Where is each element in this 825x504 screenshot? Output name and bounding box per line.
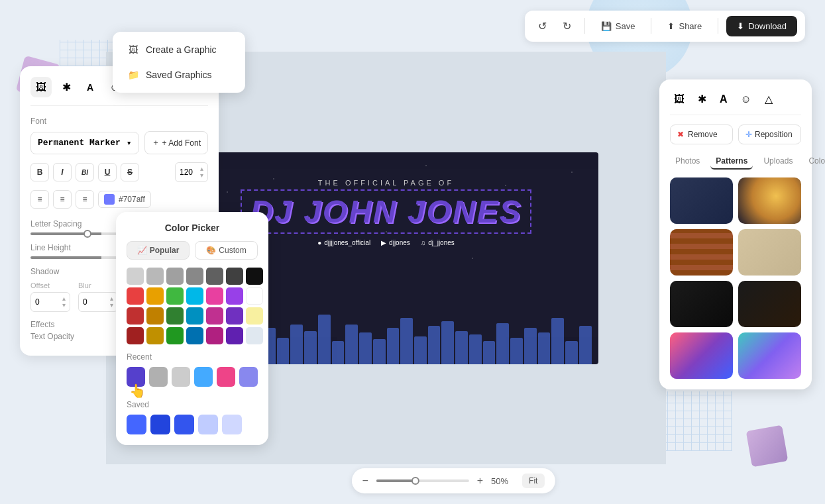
saved-color-4[interactable] xyxy=(198,415,218,434)
redo-button[interactable]: ↻ xyxy=(557,16,577,36)
tab-tool[interactable]: ✱ xyxy=(57,77,76,97)
blur-spinner[interactable]: ▴▾ xyxy=(110,295,113,309)
color-cell[interactable] xyxy=(226,307,243,325)
color-cell[interactable] xyxy=(166,307,184,325)
align-left-button[interactable]: ≡ xyxy=(30,190,49,209)
add-font-button[interactable]: ＋ + Add Font xyxy=(144,131,208,154)
align-center-button[interactable]: ≡ xyxy=(53,190,72,209)
fit-button[interactable]: Fit xyxy=(522,474,544,488)
color-cell[interactable] xyxy=(206,327,223,344)
bg-item-dark1[interactable] xyxy=(670,281,733,327)
bg-item-gradient1[interactable] xyxy=(670,332,733,379)
color-cell[interactable] xyxy=(186,268,203,285)
share-icon: ⬆ xyxy=(667,21,675,31)
saved-color-5[interactable] xyxy=(222,415,242,434)
color-cell[interactable] xyxy=(166,287,184,305)
color-cell[interactable] xyxy=(127,287,144,305)
color-cell[interactable] xyxy=(127,307,144,325)
letter-spacing-thumb[interactable] xyxy=(83,230,91,238)
rp-tab-shape[interactable]: △ xyxy=(761,90,777,108)
zoom-slider[interactable] xyxy=(376,479,469,482)
color-cell[interactable] xyxy=(127,268,144,285)
recent-color-5[interactable] xyxy=(217,367,235,387)
remove-button[interactable]: ✖ Remove xyxy=(670,125,733,144)
bg-item-dark-blue[interactable] xyxy=(670,177,733,224)
color-cell[interactable] xyxy=(166,327,184,344)
save-button[interactable]: 💾 Save xyxy=(593,17,643,35)
color-cell[interactable] xyxy=(206,287,223,305)
recent-color-3[interactable] xyxy=(172,367,190,387)
blur-input[interactable]: 0 ▴▾ xyxy=(78,292,118,312)
reposition-label: Reposition xyxy=(755,130,793,139)
color-cell[interactable] xyxy=(246,327,263,344)
color-cell[interactable] xyxy=(186,327,203,344)
color-cell[interactable] xyxy=(146,327,164,344)
font-select[interactable]: Permanent Marker ▾ xyxy=(30,132,139,154)
bg-item-brick[interactable] xyxy=(670,229,733,276)
undo-button[interactable]: ↺ xyxy=(533,16,552,36)
bg-item-bokeh[interactable] xyxy=(738,177,801,224)
bg-item-beige[interactable] xyxy=(738,229,801,276)
saved-color-2[interactable] xyxy=(150,415,170,434)
color-cell[interactable] xyxy=(246,307,263,325)
filter-tab-photos[interactable]: Photos xyxy=(670,154,705,170)
rp-tab-image[interactable]: 🖼 xyxy=(670,90,688,108)
recent-color-2[interactable] xyxy=(149,367,168,387)
rp-tab-wand[interactable]: ✱ xyxy=(694,90,710,108)
offset-spinner[interactable]: ▴▾ xyxy=(62,295,66,309)
rp-tab-text[interactable]: A xyxy=(716,90,732,108)
zoom-in-button[interactable]: + xyxy=(477,475,483,487)
share-button[interactable]: ⬆ Share xyxy=(659,17,710,35)
strikethrough-button[interactable]: S xyxy=(121,163,139,181)
tab-image[interactable]: 🖼 xyxy=(30,77,52,97)
saved-color-1[interactable] xyxy=(127,415,146,434)
color-cell[interactable] xyxy=(226,287,243,305)
color-cell[interactable] xyxy=(127,327,144,344)
underline-button[interactable]: U xyxy=(98,163,117,181)
zoom-slider-thumb[interactable] xyxy=(412,477,419,485)
popular-label: Popular xyxy=(150,246,180,255)
color-cell[interactable] xyxy=(226,268,243,285)
zoom-out-button[interactable]: − xyxy=(362,475,368,487)
bold-button[interactable]: B xyxy=(30,163,49,181)
filter-tab-uploads[interactable]: Uploads xyxy=(758,154,798,170)
cp-tab-popular[interactable]: 📈 Popular xyxy=(127,241,190,260)
rp-tab-emoji[interactable]: ☺ xyxy=(737,90,755,108)
color-cell[interactable] xyxy=(146,268,164,285)
eq-bar xyxy=(345,325,358,364)
dropdown-item-create-graphic[interactable]: 🖼 Create a Graphic xyxy=(118,37,240,62)
canvas-title[interactable]: DJ JOHN JONES xyxy=(241,189,531,234)
color-chip[interactable]: #707aff xyxy=(98,191,151,208)
recent-color-4[interactable] xyxy=(194,367,213,387)
color-cell[interactable] xyxy=(166,268,184,285)
eq-bar xyxy=(483,341,496,364)
align-right-button[interactable]: ≡ xyxy=(76,190,94,209)
color-cell[interactable] xyxy=(226,327,243,344)
recent-color-6[interactable] xyxy=(239,367,258,387)
recent-color-1[interactable]: 👆 xyxy=(127,367,145,387)
filter-tab-patterns[interactable]: Patterns xyxy=(710,154,753,170)
bg-item-gradient2[interactable] xyxy=(738,332,801,379)
color-cell[interactable] xyxy=(146,307,164,325)
rp-filter-tabs: Photos Patterns Uploads Color ☆ xyxy=(670,154,801,170)
offset-input[interactable]: 0 ▴▾ xyxy=(30,292,70,312)
color-cell[interactable] xyxy=(186,287,203,305)
color-cell[interactable] xyxy=(186,307,203,325)
color-cell[interactable] xyxy=(246,287,263,305)
download-button[interactable]: ⬇ Download xyxy=(726,16,797,36)
color-cell[interactable] xyxy=(206,307,223,325)
size-spinner[interactable]: ▴▾ xyxy=(200,166,203,179)
dropdown-item-saved-graphics[interactable]: 📁 Saved Graphics xyxy=(118,62,240,87)
color-cell[interactable] xyxy=(206,268,223,285)
bold-italic-button[interactable]: BI xyxy=(76,163,94,181)
reposition-button[interactable]: ✛ Reposition xyxy=(738,125,801,144)
font-size-input[interactable]: 120 ▴▾ xyxy=(175,162,208,182)
saved-color-3[interactable] xyxy=(174,415,194,434)
italic-button[interactable]: I xyxy=(53,163,72,181)
filter-tab-color[interactable]: Color xyxy=(803,154,825,170)
bg-item-dark2[interactable] xyxy=(738,281,801,327)
color-cell[interactable] xyxy=(146,287,164,305)
cp-tab-custom[interactable]: 🎨 Custom xyxy=(195,241,258,260)
tab-text[interactable]: A xyxy=(82,77,99,97)
color-cell[interactable] xyxy=(246,268,263,285)
